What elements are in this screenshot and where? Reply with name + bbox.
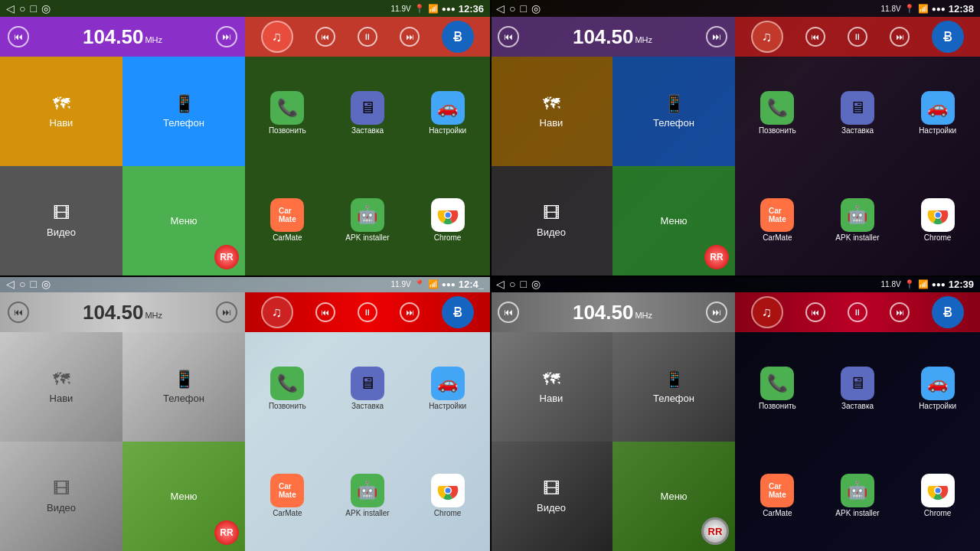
video-btn-q1[interactable]: 🎞 Видео	[0, 166, 122, 276]
music-next-q3[interactable]: ⏭	[400, 302, 420, 322]
home-icon-q2[interactable]: ○	[509, 2, 515, 15]
app-apk-q4[interactable]: 🤖 APK installer	[818, 442, 897, 548]
screensaver-label-q3: Заставка	[351, 402, 384, 410]
app-carmate-q4[interactable]: CarMate CarMate	[738, 442, 817, 548]
next-track-btn-q2[interactable]: ⏭	[706, 26, 727, 47]
status-right-q1: 11.9V 📍 📶 ●●● 12:36	[390, 3, 484, 15]
app-call-q4[interactable]: 📞 Позвонить	[738, 335, 817, 441]
freq-unit-q4: MHz	[635, 311, 652, 320]
navi-btn-q3[interactable]: 🗺 Нави	[0, 332, 122, 442]
navi-btn-q4[interactable]: 🗺 Нави	[490, 332, 612, 442]
music-prev-q2[interactable]: ⏮	[805, 27, 825, 47]
phone-btn-q1[interactable]: 📱 Телефон	[122, 57, 245, 166]
bluetooth-btn-q2[interactable]: Ƀ	[932, 21, 964, 53]
freq-value-q3: 104.50	[83, 301, 144, 324]
app-apk-q1[interactable]: 🤖 APK installer	[328, 167, 407, 272]
app-screensaver-q2[interactable]: 🖥 Заставка	[818, 60, 897, 165]
app-screensaver-q1[interactable]: 🖥 Заставка	[328, 60, 407, 165]
next-track-btn-q4[interactable]: ⏭	[706, 302, 727, 323]
music-pause-q2[interactable]: ⏸	[848, 27, 867, 47]
prev-track-btn-q2[interactable]: ⏮	[498, 26, 519, 47]
app-screensaver-q3[interactable]: 🖥 Заставка	[328, 335, 407, 441]
next-track-btn-q1[interactable]: ⏭	[216, 26, 237, 47]
prev-track-btn-q1[interactable]: ⏮	[8, 26, 29, 47]
back-icon[interactable]: ◁	[6, 2, 15, 15]
back-icon-q4[interactable]: ◁	[496, 278, 505, 290]
phone-btn-q3[interactable]: 📱 Телефон	[122, 332, 245, 442]
phone-label-q1: Телефон	[163, 117, 204, 129]
video-btn-q3[interactable]: 🎞 Видео	[0, 442, 122, 551]
phone-btn-q4[interactable]: 📱 Телефон	[612, 332, 735, 442]
call-icon-q1: 📞	[270, 91, 304, 125]
music-pause-q4[interactable]: ⏸	[848, 302, 867, 322]
music-pause-q1[interactable]: ⏸	[358, 27, 377, 47]
music-play-btn-q4[interactable]: ♫	[751, 296, 783, 328]
settings-icon-q3: 🚗	[431, 367, 465, 400]
music-pause-q3[interactable]: ⏸	[358, 302, 377, 322]
recents-icon-q4[interactable]: □	[520, 278, 526, 290]
back-icon-q3[interactable]: ◁	[6, 278, 15, 290]
freq-unit-q2: MHz	[635, 35, 652, 44]
app-apk-q3[interactable]: 🤖 APK installer	[328, 442, 407, 548]
app-chrome-q3[interactable]: Chrome	[408, 442, 487, 548]
home-icon-q4[interactable]: ○	[509, 278, 515, 290]
content-q1: ⏮ 104.50 MHz ⏭ 🗺 Нави 📱	[0, 17, 490, 276]
quadrant-bottom-right: ◁ ○ □ ◎ 11.8V 📍 📶 ●●● 12:39 ⏮	[490, 276, 980, 551]
music-prev-q1[interactable]: ⏮	[315, 27, 335, 47]
phone-btn-q2[interactable]: 📱 Телефон	[612, 57, 735, 166]
music-play-btn-q2[interactable]: ♫	[751, 21, 783, 53]
app-settings-q1[interactable]: 🚗 Настройки	[408, 60, 487, 165]
music-next-q1[interactable]: ⏭	[400, 27, 420, 47]
music-bar-q4: ♫ ⏮ ⏸ ⏭ Ƀ	[735, 292, 980, 332]
video-btn-q2[interactable]: 🎞 Видео	[490, 166, 612, 276]
screensaver-label-q4: Заставка	[841, 402, 874, 410]
bluetooth-btn-q4[interactable]: Ƀ	[932, 296, 964, 328]
app-call-q2[interactable]: 📞 Позвонить	[738, 60, 817, 165]
app-settings-q4[interactable]: 🚗 Настройки	[898, 335, 977, 441]
app-chrome-q2[interactable]: Chrome	[898, 167, 977, 272]
phone-label-q4: Телефон	[653, 393, 694, 404]
music-next-q4[interactable]: ⏭	[890, 302, 910, 322]
menu-btn-q4[interactable]: Меню RR	[612, 442, 735, 551]
menu-btn-q2[interactable]: Меню RR	[612, 166, 735, 276]
prev-track-btn-q4[interactable]: ⏮	[498, 302, 519, 323]
app-carmate-q2[interactable]: CarMate CarMate	[738, 167, 817, 272]
bluetooth-btn-q3[interactable]: Ƀ	[442, 296, 474, 328]
navi-icon-q4: 🗺	[543, 370, 560, 390]
music-prev-q3[interactable]: ⏮	[315, 302, 335, 322]
menu-btn-q3[interactable]: Меню RR	[122, 442, 245, 551]
recents-icon-q3[interactable]: □	[30, 278, 36, 290]
music-play-btn-q1[interactable]: ♫	[261, 21, 293, 53]
navi-icon-q3: 🗺	[53, 370, 70, 390]
app-call-q3[interactable]: 📞 Позвонить	[248, 335, 327, 441]
home-icon[interactable]: ○	[19, 2, 25, 15]
carmate-label-q1: CarMate	[273, 233, 302, 242]
app-call-q1[interactable]: 📞 Позвонить	[248, 60, 327, 165]
home-icon-q3[interactable]: ○	[19, 278, 25, 290]
menu-btn-q1[interactable]: Меню RR	[122, 166, 245, 276]
prev-track-btn-q3[interactable]: ⏮	[8, 302, 29, 323]
app-settings-q3[interactable]: 🚗 Настройки	[408, 335, 487, 441]
app-carmate-q1[interactable]: CarMate CarMate	[248, 167, 327, 272]
app-apk-q2[interactable]: 🤖 APK installer	[818, 167, 897, 272]
right-panel-q4: ♫ ⏮ ⏸ ⏭ Ƀ 📞 Позвонить	[735, 292, 980, 551]
content-q4: ⏮ 104.50 MHz ⏭ 🗺 Нави 📱	[490, 292, 980, 551]
back-icon-q2[interactable]: ◁	[496, 2, 505, 15]
apk-label-q4: APK installer	[835, 509, 879, 517]
navi-btn-q2[interactable]: 🗺 Нави	[490, 57, 612, 166]
app-chrome-q1[interactable]: Chrome	[408, 167, 487, 272]
app-carmate-q3[interactable]: CarMate CarMate	[248, 442, 327, 548]
video-btn-q4[interactable]: 🎞 Видео	[490, 442, 612, 551]
app-screensaver-q4[interactable]: 🖥 Заставка	[818, 335, 897, 441]
app-chrome-q4[interactable]: Chrome	[898, 442, 977, 548]
next-track-btn-q3[interactable]: ⏭	[216, 302, 237, 323]
music-prev-q4[interactable]: ⏮	[805, 302, 825, 322]
navi-btn-q1[interactable]: 🗺 Нави	[0, 57, 122, 166]
settings-icon-q4: 🚗	[921, 367, 955, 400]
music-play-btn-q3[interactable]: ♫	[261, 296, 293, 328]
bluetooth-btn-q1[interactable]: Ƀ	[442, 21, 474, 53]
recents-icon-q2[interactable]: □	[520, 2, 526, 15]
music-next-q2[interactable]: ⏭	[890, 27, 910, 47]
app-settings-q2[interactable]: 🚗 Настройки	[898, 60, 977, 165]
recents-icon[interactable]: □	[30, 2, 36, 15]
